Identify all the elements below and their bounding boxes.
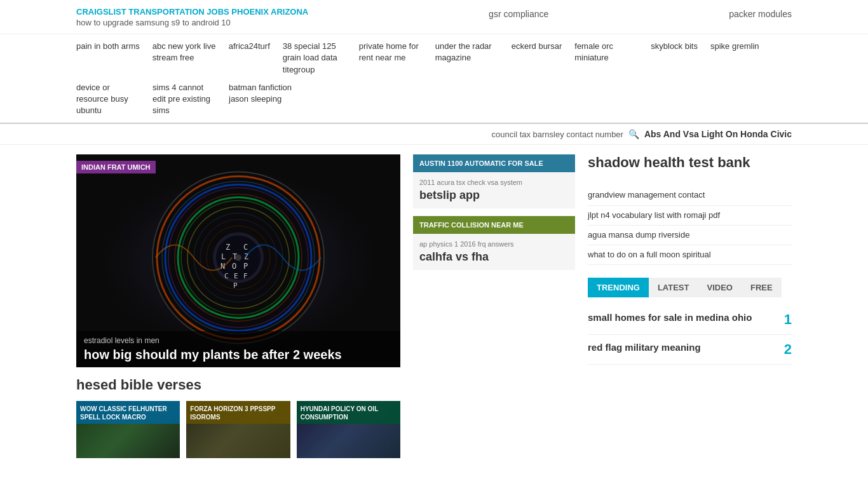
card-austin-subtitle: 2011 acura tsx check vsa system [419,179,569,186]
card-austin[interactable]: AUSTIN 1100 AUTOMATIC FOR SALE 2011 acur… [413,154,575,208]
svg-text:Z: Z [226,243,230,252]
svg-point-26 [235,254,241,261]
svg-text:E: E [234,272,238,280]
trending-item-2[interactable]: red flag military meaning 2 [588,335,792,365]
left-column: Z C L T Z N O P C E F P [76,154,400,458]
bottom-articles: WOW CLASSIC FELHUNTER SPELL LOCK MACRO F… [76,401,400,458]
nav-link-item[interactable]: sims 4 cannot edit pre existing sims [153,82,216,117]
search-query-text[interactable]: council tax barnsley contact number [492,130,623,139]
hesed-title[interactable]: hesed bible verses [76,377,400,393]
card-traffic-title: calhfa vs fha [419,250,569,264]
featured-tag: INDIAN FRAT UMICH [76,161,156,173]
nav-link-item[interactable]: skyblock bits [651,41,698,76]
nav-link-item[interactable]: 38 special 125 grain load data titegroup [283,41,346,76]
header-right-link[interactable]: packer modules [729,6,792,19]
wow-tag: WOW CLASSIC FELHUNTER SPELL LOCK MACRO [76,401,180,424]
nav-link-item[interactable]: under the radar magazine [435,41,499,76]
svg-text:L: L [221,252,226,261]
svg-text:C: C [243,243,248,252]
hyundai-tag: HYUNDAI POLICY ON OIL CONSUMPTION [297,401,400,424]
related-links: grandview management contact jlpt n4 voc… [588,186,792,265]
svg-text:C: C [224,272,229,280]
right-column: shadow health test bank grandview manage… [588,154,792,458]
card-traffic-body: ap physics 1 2016 frq answers calhfa vs … [413,234,575,270]
related-link-3[interactable]: agua mansa dump riverside [588,226,792,245]
search-highlight[interactable]: Abs And Vsa Light On Honda Civic [644,129,792,139]
nav-link-item[interactable]: pain in both arms [76,41,140,76]
nav-link-item[interactable]: private home for rent near me [359,41,423,76]
bottom-article-forza[interactable]: FORZA HORIZON 3 PPSSPP ISOROMS [186,401,290,458]
trending-num-1: 1 [776,311,792,328]
trending-num-2: 2 [776,341,792,358]
card-austin-title: betslip app [419,189,569,202]
header-left: CRAIGSLIST TRANSPORTATION JOBS PHOENIX A… [76,6,308,27]
trending-list: small homes for sale in medina ohio 1 re… [588,305,792,365]
trending-item-1-text: small homes for sale in medina ohio [588,311,770,324]
trending-tabs: TRENDING LATEST VIDEO FREE [588,278,792,297]
related-link-4[interactable]: what to do on a full moon spiritual [588,245,792,265]
mid-column: AUSTIN 1100 AUTOMATIC FOR SALE 2011 acur… [413,154,575,458]
tab-free[interactable]: FREE [742,278,782,297]
bottom-article-wow[interactable]: WOW CLASSIC FELHUNTER SPELL LOCK MACRO [76,401,180,458]
shadow-title: shadow health test bank [588,154,792,176]
related-link-2[interactable]: jlpt n4 vocabulary list with romaji pdf [588,206,792,226]
featured-overlay: estradiol levels in men how big should m… [76,331,400,367]
svg-text:P: P [233,281,238,290]
nav-link-item[interactable]: female orc miniature [574,41,638,76]
nav-links: pain in both armsabc new york live strea… [0,34,868,124]
card-traffic[interactable]: TRAFFIC COLLISION NEAR ME ap physics 1 2… [413,216,575,270]
nav-link-item[interactable]: spike gremlin [710,41,759,76]
header-subtitle[interactable]: how to upgrade samsung s9 to android 10 [76,18,308,27]
svg-text:P: P [243,262,248,271]
featured-title: how big should my plants be after 2 week… [84,348,393,362]
card-austin-header: AUSTIN 1100 AUTOMATIC FOR SALE [413,154,575,172]
featured-subtitle: estradiol levels in men [84,336,393,345]
trending-item-1[interactable]: small homes for sale in medina ohio 1 [588,305,792,335]
trending-item-2-text: red flag military meaning [588,341,770,354]
card-austin-body: 2011 acura tsx check vsa system betslip … [413,172,575,208]
nav-link-item[interactable]: eckerd bursar [512,41,562,76]
vinyl-record-svg: Z C L T Z N O P C E F P [149,168,327,346]
tab-latest[interactable]: LATEST [649,278,698,297]
nav-link-item[interactable]: africa24turf [229,41,270,76]
forza-tag: FORZA HORIZON 3 PPSSPP ISOROMS [186,401,290,424]
site-title[interactable]: CRAIGSLIST TRANSPORTATION JOBS PHOENIX A… [76,6,308,18]
search-bar: council tax barnsley contact number 🔍 Ab… [0,124,868,145]
bottom-article-hyundai[interactable]: HYUNDAI POLICY ON OIL CONSUMPTION [297,401,400,458]
svg-text:F: F [243,272,248,280]
nav-link-item[interactable]: device or resource busy ubuntu [76,82,140,117]
tab-trending[interactable]: TRENDING [588,278,649,297]
header-mid-link[interactable]: gsr compliance [334,6,703,19]
top-header: CRAIGSLIST TRANSPORTATION JOBS PHOENIX A… [0,0,868,34]
related-link-1[interactable]: grandview management contact [588,186,792,205]
nav-link-item[interactable]: batman fanfiction jason sleeping [229,82,292,117]
card-traffic-header: TRAFFIC COLLISION NEAR ME [413,216,575,234]
nav-link-item[interactable]: abc new york live stream free [153,41,216,76]
featured-article[interactable]: Z C L T Z N O P C E F P [76,154,400,367]
tab-video[interactable]: VIDEO [698,278,741,297]
svg-text:O: O [232,262,236,271]
search-icon[interactable]: 🔍 [628,129,639,139]
card-traffic-subtitle: ap physics 1 2016 frq answers [419,240,569,248]
main-content: Z C L T Z N O P C E F P [0,145,868,468]
